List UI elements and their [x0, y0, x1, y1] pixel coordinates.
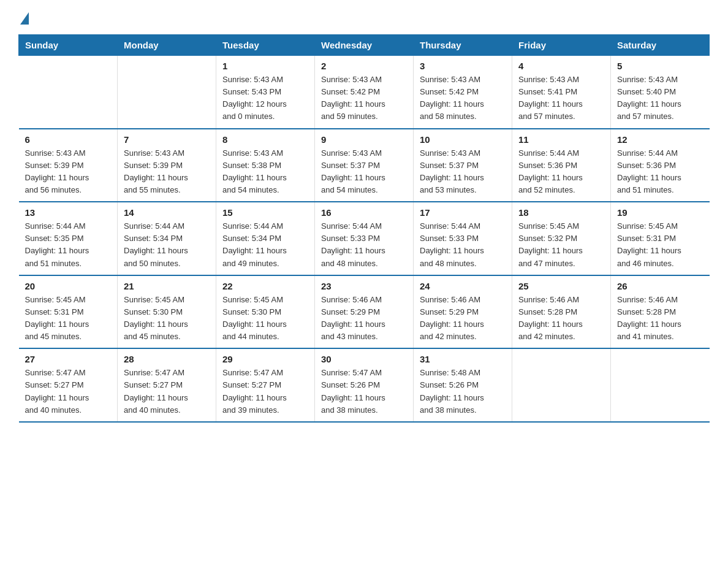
day-info: Sunrise: 5:44 AM Sunset: 5:33 PM Dayligh… — [420, 221, 484, 267]
weekday-header-thursday: Thursday — [414, 35, 512, 56]
calendar-cell: 6Sunrise: 5:43 AM Sunset: 5:39 PM Daylig… — [19, 129, 118, 202]
day-info: Sunrise: 5:45 AM Sunset: 5:30 PM Dayligh… — [222, 295, 287, 341]
day-number: 26 — [617, 281, 703, 291]
day-number: 9 — [321, 134, 407, 145]
day-number: 1 — [222, 61, 308, 71]
calendar-cell: 11Sunrise: 5:44 AM Sunset: 5:36 PM Dayli… — [512, 129, 611, 202]
calendar-cell: 9Sunrise: 5:43 AM Sunset: 5:37 PM Daylig… — [315, 129, 414, 202]
calendar-cell: 8Sunrise: 5:43 AM Sunset: 5:38 PM Daylig… — [216, 129, 315, 202]
calendar-cell: 4Sunrise: 5:43 AM Sunset: 5:41 PM Daylig… — [512, 56, 611, 129]
calendar-table: SundayMondayTuesdayWednesdayThursdayFrid… — [18, 34, 710, 423]
day-number: 13 — [25, 207, 112, 218]
day-number: 23 — [321, 281, 407, 291]
weekday-header-tuesday: Tuesday — [216, 35, 315, 56]
calendar-cell: 27Sunrise: 5:47 AM Sunset: 5:27 PM Dayli… — [19, 348, 118, 422]
day-number: 7 — [124, 134, 210, 145]
calendar-cell: 10Sunrise: 5:43 AM Sunset: 5:37 PM Dayli… — [414, 129, 512, 202]
calendar-cell: 25Sunrise: 5:46 AM Sunset: 5:28 PM Dayli… — [512, 275, 611, 349]
day-info: Sunrise: 5:45 AM Sunset: 5:31 PM Dayligh… — [617, 221, 681, 267]
weekday-header-monday: Monday — [118, 35, 216, 56]
calendar-cell — [512, 348, 611, 422]
day-number: 17 — [420, 207, 506, 218]
day-info: Sunrise: 5:43 AM Sunset: 5:43 PM Dayligh… — [222, 75, 287, 121]
weekday-header-wednesday: Wednesday — [315, 35, 414, 56]
calendar-cell: 3Sunrise: 5:43 AM Sunset: 5:42 PM Daylig… — [414, 56, 512, 129]
calendar-cell: 21Sunrise: 5:45 AM Sunset: 5:30 PM Dayli… — [118, 275, 216, 349]
calendar-cell: 5Sunrise: 5:43 AM Sunset: 5:40 PM Daylig… — [611, 56, 710, 129]
calendar-cell: 12Sunrise: 5:44 AM Sunset: 5:36 PM Dayli… — [611, 129, 710, 202]
day-info: Sunrise: 5:46 AM Sunset: 5:28 PM Dayligh… — [617, 295, 681, 341]
day-info: Sunrise: 5:43 AM Sunset: 5:40 PM Dayligh… — [617, 75, 681, 121]
day-number: 19 — [617, 207, 703, 218]
day-number: 21 — [124, 281, 210, 291]
day-info: Sunrise: 5:47 AM Sunset: 5:26 PM Dayligh… — [321, 368, 385, 414]
day-info: Sunrise: 5:43 AM Sunset: 5:42 PM Dayligh… — [420, 75, 484, 121]
calendar-cell — [611, 348, 710, 422]
calendar-cell — [118, 56, 216, 129]
calendar-cell: 24Sunrise: 5:46 AM Sunset: 5:29 PM Dayli… — [414, 275, 512, 349]
day-number: 28 — [124, 354, 210, 364]
calendar-cell: 22Sunrise: 5:45 AM Sunset: 5:30 PM Dayli… — [216, 275, 315, 349]
day-info: Sunrise: 5:44 AM Sunset: 5:36 PM Dayligh… — [518, 148, 583, 194]
day-info: Sunrise: 5:43 AM Sunset: 5:42 PM Dayligh… — [321, 75, 385, 121]
day-number: 24 — [420, 281, 506, 291]
calendar-header-row: SundayMondayTuesdayWednesdayThursdayFrid… — [19, 35, 710, 56]
calendar-cell: 23Sunrise: 5:46 AM Sunset: 5:29 PM Dayli… — [315, 275, 414, 349]
day-info: Sunrise: 5:43 AM Sunset: 5:39 PM Dayligh… — [124, 148, 188, 194]
day-info: Sunrise: 5:44 AM Sunset: 5:34 PM Dayligh… — [222, 221, 287, 267]
day-number: 14 — [124, 207, 210, 218]
calendar-cell: 13Sunrise: 5:44 AM Sunset: 5:35 PM Dayli… — [19, 202, 118, 275]
day-info: Sunrise: 5:44 AM Sunset: 5:35 PM Dayligh… — [25, 221, 89, 267]
day-info: Sunrise: 5:45 AM Sunset: 5:32 PM Dayligh… — [518, 221, 583, 267]
page-header — [18, 12, 710, 23]
day-number: 30 — [321, 354, 407, 364]
day-number: 27 — [25, 354, 112, 364]
calendar-cell: 17Sunrise: 5:44 AM Sunset: 5:33 PM Dayli… — [414, 202, 512, 275]
calendar-cell: 28Sunrise: 5:47 AM Sunset: 5:27 PM Dayli… — [118, 348, 216, 422]
calendar-cell: 26Sunrise: 5:46 AM Sunset: 5:28 PM Dayli… — [611, 275, 710, 349]
day-number: 2 — [321, 61, 407, 71]
day-number: 15 — [222, 207, 308, 218]
day-number: 18 — [518, 207, 604, 218]
day-number: 6 — [25, 134, 112, 145]
day-number: 8 — [222, 134, 308, 145]
day-number: 3 — [420, 61, 506, 71]
calendar-cell: 30Sunrise: 5:47 AM Sunset: 5:26 PM Dayli… — [315, 348, 414, 422]
calendar-week-row: 27Sunrise: 5:47 AM Sunset: 5:27 PM Dayli… — [19, 348, 710, 422]
calendar-cell: 19Sunrise: 5:45 AM Sunset: 5:31 PM Dayli… — [611, 202, 710, 275]
day-number: 12 — [617, 134, 703, 145]
calendar-week-row: 20Sunrise: 5:45 AM Sunset: 5:31 PM Dayli… — [19, 275, 710, 349]
day-number: 22 — [222, 281, 308, 291]
calendar-cell: 20Sunrise: 5:45 AM Sunset: 5:31 PM Dayli… — [19, 275, 118, 349]
day-number: 11 — [518, 134, 604, 145]
calendar-week-row: 6Sunrise: 5:43 AM Sunset: 5:39 PM Daylig… — [19, 129, 710, 202]
day-info: Sunrise: 5:45 AM Sunset: 5:31 PM Dayligh… — [25, 295, 89, 341]
calendar-cell: 18Sunrise: 5:45 AM Sunset: 5:32 PM Dayli… — [512, 202, 611, 275]
day-info: Sunrise: 5:47 AM Sunset: 5:27 PM Dayligh… — [124, 368, 188, 414]
calendar-cell: 1Sunrise: 5:43 AM Sunset: 5:43 PM Daylig… — [216, 56, 315, 129]
day-number: 16 — [321, 207, 407, 218]
day-info: Sunrise: 5:43 AM Sunset: 5:38 PM Dayligh… — [222, 148, 287, 194]
day-info: Sunrise: 5:45 AM Sunset: 5:30 PM Dayligh… — [124, 295, 188, 341]
day-number: 10 — [420, 134, 506, 145]
calendar-cell: 16Sunrise: 5:44 AM Sunset: 5:33 PM Dayli… — [315, 202, 414, 275]
weekday-header-sunday: Sunday — [19, 35, 118, 56]
day-info: Sunrise: 5:47 AM Sunset: 5:27 PM Dayligh… — [25, 368, 89, 414]
calendar-cell — [19, 56, 118, 129]
day-info: Sunrise: 5:46 AM Sunset: 5:29 PM Dayligh… — [321, 295, 385, 341]
day-number: 29 — [222, 354, 308, 364]
day-info: Sunrise: 5:44 AM Sunset: 5:33 PM Dayligh… — [321, 221, 385, 267]
day-number: 31 — [420, 354, 506, 364]
day-info: Sunrise: 5:43 AM Sunset: 5:39 PM Dayligh… — [25, 148, 89, 194]
day-number: 20 — [25, 281, 112, 291]
logo-triangle-icon — [20, 12, 29, 25]
calendar-cell: 7Sunrise: 5:43 AM Sunset: 5:39 PM Daylig… — [118, 129, 216, 202]
day-info: Sunrise: 5:43 AM Sunset: 5:41 PM Dayligh… — [518, 75, 583, 121]
calendar-cell: 29Sunrise: 5:47 AM Sunset: 5:27 PM Dayli… — [216, 348, 315, 422]
logo — [18, 12, 29, 23]
calendar-cell: 15Sunrise: 5:44 AM Sunset: 5:34 PM Dayli… — [216, 202, 315, 275]
day-info: Sunrise: 5:48 AM Sunset: 5:26 PM Dayligh… — [420, 368, 484, 414]
day-number: 25 — [518, 281, 604, 291]
day-info: Sunrise: 5:46 AM Sunset: 5:28 PM Dayligh… — [518, 295, 583, 341]
day-info: Sunrise: 5:43 AM Sunset: 5:37 PM Dayligh… — [420, 148, 484, 194]
